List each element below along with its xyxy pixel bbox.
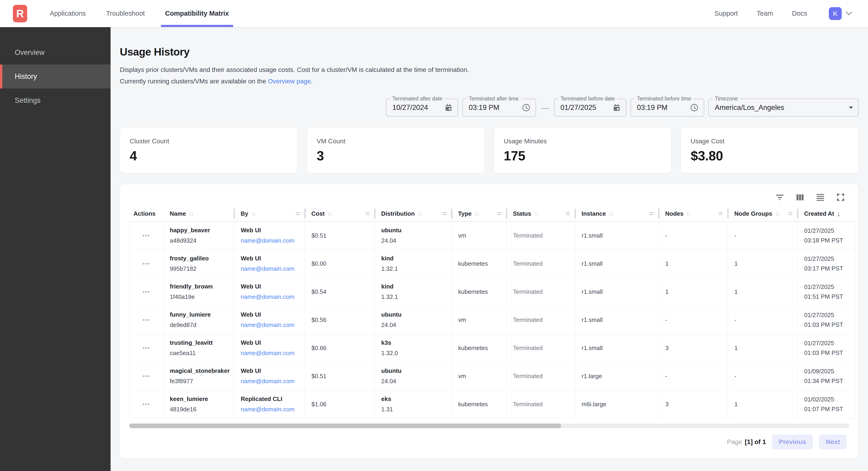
- page-description: Displays prior clusters/VMs and their as…: [120, 64, 474, 87]
- header-name[interactable]: Name↑↓: [163, 206, 234, 222]
- avatar[interactable]: K: [829, 7, 842, 20]
- cell-node-groups: 1: [728, 334, 798, 362]
- email-link[interactable]: name@domain.com: [241, 265, 305, 272]
- sidebar-item-history[interactable]: History: [0, 64, 111, 88]
- sort-icon[interactable]: ↑↓: [327, 210, 332, 217]
- nav-item-applications[interactable]: Applications: [49, 0, 87, 27]
- email-link[interactable]: name@domain.com: [241, 293, 305, 300]
- cell-cost: $0.00: [305, 249, 375, 278]
- header-status[interactable]: Status↑↓=: [506, 206, 575, 222]
- calendar-icon[interactable]: [444, 104, 453, 112]
- cell-node-groups: 1: [728, 278, 798, 306]
- terminated-after-time-field[interactable]: Terminated after time 03:19 PM: [462, 99, 536, 117]
- email-link[interactable]: name@domain.com: [241, 237, 305, 244]
- sort-icon[interactable]: ↑↓: [775, 210, 779, 217]
- stat-label: Usage Cost: [691, 138, 849, 145]
- sort-icon[interactable]: ↑↓: [251, 210, 255, 217]
- header-node-groups[interactable]: Node Groups↑↓=: [728, 206, 798, 222]
- sort-icon[interactable]: ↑↓: [534, 210, 538, 217]
- cell-nodes: 3: [659, 390, 728, 418]
- field-value: 03:19 PM: [469, 104, 499, 112]
- column-resize-handle[interactable]: =: [296, 209, 300, 218]
- horizontal-scrollbar-thumb[interactable]: [129, 423, 561, 428]
- sidebar-item-settings[interactable]: Settings: [0, 88, 111, 113]
- header-distribution[interactable]: Distribution↑↓=: [375, 206, 452, 222]
- cell-status: Terminated: [506, 362, 575, 390]
- header-created-at[interactable]: Created At↓: [798, 206, 856, 222]
- sort-icon[interactable]: ↑↓: [417, 210, 422, 217]
- column-resize-handle[interactable]: =: [566, 209, 570, 218]
- nav-link-docs[interactable]: Docs: [792, 10, 807, 17]
- sort-icon[interactable]: ↑↓: [189, 210, 193, 217]
- primary-nav: Applications Troubleshoot Compatibility …: [49, 0, 230, 27]
- sort-icon[interactable]: ↑↓: [609, 210, 613, 217]
- cell-actions: •••: [129, 222, 163, 249]
- nav-link-team[interactable]: Team: [757, 10, 773, 17]
- cell-instance: r1.small: [575, 278, 659, 306]
- column-resize-handle[interactable]: =: [788, 209, 793, 218]
- column-divider: [506, 209, 507, 219]
- stat-card-cluster-count: Cluster Count 4: [120, 127, 298, 173]
- field-label: Timezone: [713, 96, 740, 102]
- columns-icon[interactable]: [795, 192, 805, 203]
- horizontal-scrollbar-track[interactable]: [129, 423, 849, 428]
- nav-link-support[interactable]: Support: [714, 10, 738, 17]
- usage-history-table-card: Actions Name↑↓ By↑↓= Cost↑↓= Distributio…: [120, 184, 859, 459]
- cell-distribution: eks1.31: [375, 390, 452, 418]
- row-actions-button[interactable]: •••: [142, 319, 150, 321]
- cell-actions: •••: [129, 390, 163, 418]
- terminated-before-time-field[interactable]: Terminated before time 03:19 PM: [630, 99, 704, 117]
- nav-item-troubleshoot[interactable]: Troubleshoot: [104, 0, 146, 27]
- previous-page-button[interactable]: Previous: [772, 435, 813, 449]
- overview-page-link[interactable]: Overview page: [268, 78, 311, 85]
- cell-type: kubernetes: [452, 278, 506, 306]
- row-actions-button[interactable]: •••: [142, 234, 150, 237]
- header-type[interactable]: Type↑↓=: [452, 206, 506, 222]
- terminated-before-date-field[interactable]: Terminated before date 01/27/2025: [554, 99, 626, 117]
- sort-icon[interactable]: ↑↓: [474, 210, 478, 217]
- email-link[interactable]: name@domain.com: [241, 350, 305, 357]
- table-toolbar: [129, 192, 849, 203]
- sort-icon[interactable]: ↑↓: [686, 210, 690, 217]
- header-actions: Actions: [129, 206, 163, 222]
- timezone-select[interactable]: Timezone America/Los_Angeles: [708, 99, 859, 117]
- cell-actions: •••: [129, 249, 163, 278]
- nav-item-compatibility-matrix[interactable]: Compatibility Matrix: [164, 0, 230, 27]
- header-instance[interactable]: Instance↑↓=: [575, 206, 659, 222]
- column-resize-handle[interactable]: =: [649, 209, 654, 218]
- header-by[interactable]: By↑↓=: [234, 206, 305, 222]
- user-menu[interactable]: K: [829, 7, 852, 20]
- cell-instance: m6i.large: [575, 390, 659, 418]
- email-link[interactable]: name@domain.com: [241, 406, 305, 413]
- cell-distribution: ubuntu24.04: [375, 222, 452, 249]
- stat-card-vm-count: VM Count 3: [307, 127, 485, 173]
- table-row: ••• happy_beavera48d9324 Web UIname@doma…: [129, 222, 856, 249]
- row-actions-button[interactable]: •••: [142, 375, 150, 377]
- email-link[interactable]: name@domain.com: [241, 321, 305, 329]
- fullscreen-icon[interactable]: [835, 192, 846, 203]
- row-actions-button[interactable]: •••: [142, 347, 150, 349]
- row-density-icon[interactable]: [815, 192, 826, 203]
- column-resize-handle[interactable]: =: [365, 209, 370, 218]
- field-value: 03:19 PM: [637, 104, 668, 112]
- header-cost[interactable]: Cost↑↓=: [305, 206, 375, 222]
- row-actions-button[interactable]: •••: [142, 262, 150, 265]
- clock-icon[interactable]: [522, 103, 530, 112]
- column-divider: [234, 209, 235, 219]
- row-actions-button[interactable]: •••: [142, 403, 150, 405]
- sort-desc-icon[interactable]: ↓: [837, 210, 840, 218]
- filter-icon[interactable]: [774, 192, 785, 203]
- column-resize-handle[interactable]: =: [497, 209, 501, 218]
- terminated-after-date-field[interactable]: Terminated after date 10/27/2024: [386, 99, 458, 117]
- email-link[interactable]: name@domain.com: [241, 378, 305, 385]
- field-label: Terminated after time: [466, 96, 521, 102]
- row-actions-button[interactable]: •••: [142, 291, 150, 293]
- sidebar-item-overview[interactable]: Overview: [0, 40, 111, 64]
- calendar-icon[interactable]: [613, 104, 621, 112]
- column-resize-handle[interactable]: =: [442, 209, 447, 218]
- header-nodes[interactable]: Nodes↑↓=: [659, 206, 728, 222]
- replicated-logo[interactable]: R: [13, 5, 27, 22]
- column-resize-handle[interactable]: =: [718, 209, 723, 218]
- clock-icon[interactable]: [690, 103, 699, 112]
- next-page-button[interactable]: Next: [819, 435, 847, 449]
